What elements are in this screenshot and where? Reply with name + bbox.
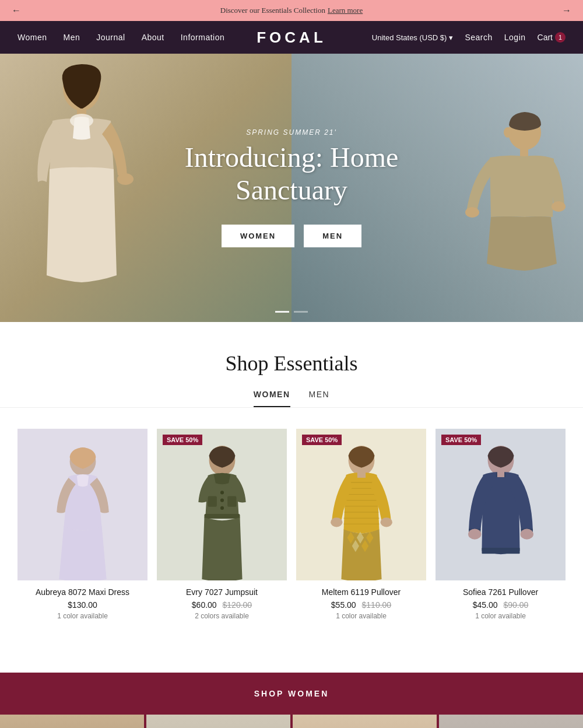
nav-links-left: Women Men Journal About Information <box>17 33 224 42</box>
nav-link-men[interactable]: Men <box>63 33 80 42</box>
product-image-1[interactable] <box>17 429 147 580</box>
product-price-2: $60.00 $120.00 <box>157 600 287 610</box>
product-colors-3: 1 color available <box>296 612 426 620</box>
svg-point-12 <box>220 491 223 494</box>
pullover-svg-navy <box>448 444 552 580</box>
product-name-2: Evry 7027 Jumpsuit <box>157 587 287 597</box>
product-colors-1: 1 color available <box>17 612 147 620</box>
svg-point-14 <box>220 506 223 510</box>
banner-img-1[interactable] <box>0 715 144 728</box>
svg-rect-29 <box>357 472 365 478</box>
product-name-4: Sofiea 7261 Pullover <box>436 587 566 597</box>
hero-dots <box>275 311 308 313</box>
hero-men-button[interactable]: MEN <box>304 225 361 247</box>
nav-link-about[interactable]: About <box>142 33 164 42</box>
svg-point-27 <box>331 517 342 527</box>
banner-img-2[interactable] <box>146 715 290 728</box>
shop-women-banner: SHOP WOMEN <box>0 673 583 728</box>
product-card-4: SAVE 50% <box>436 429 566 620</box>
product-card-2: SAVE 50% <box>157 429 287 620</box>
svg-rect-15 <box>208 496 216 507</box>
nav-link-women[interactable]: Women <box>17 33 47 42</box>
essentials-tabs: WOMEN MEN <box>0 390 583 408</box>
nav-link-journal[interactable]: Journal <box>96 33 125 42</box>
svg-rect-16 <box>227 496 236 507</box>
dress-svg-1 <box>30 444 134 580</box>
prev-arrow[interactable]: ← <box>12 5 21 16</box>
hero-buttons: WOMEN MEN <box>222 225 361 247</box>
shop-women-title: SHOP WOMEN <box>0 689 583 698</box>
announcement-bar: ← Discover our Essentials Collection Lea… <box>0 0 583 21</box>
nav-logo-container: FOCAL <box>257 29 326 47</box>
product-image-4[interactable]: SAVE 50% <box>436 429 566 580</box>
banner-img-3[interactable] <box>293 715 437 728</box>
banner-images <box>0 715 583 728</box>
search-link[interactable]: Search <box>465 33 492 42</box>
banner-img-4[interactable] <box>439 715 583 728</box>
product-image-3[interactable]: SAVE 50% <box>296 429 426 580</box>
jumpsuit-svg <box>170 444 273 580</box>
svg-point-36 <box>520 528 533 539</box>
hero-section: SPRING SUMMER 21' Introducing: HomeSanct… <box>0 54 583 322</box>
hero-women-button[interactable]: WOMEN <box>222 225 294 247</box>
hero-content: SPRING SUMMER 21' Introducing: HomeSanct… <box>0 54 583 322</box>
save-badge-2: SAVE 50% <box>163 435 202 445</box>
cart-button[interactable]: Cart 1 <box>538 32 566 43</box>
hero-season: SPRING SUMMER 21' <box>246 128 337 136</box>
product-price-3: $55.00 $110.00 <box>296 600 426 610</box>
product-colors-2: 2 colors available <box>157 612 287 620</box>
svg-point-13 <box>220 499 223 502</box>
product-price-1: $130.00 <box>17 600 147 610</box>
product-name-1: Aubreya 8072 Maxi Dress <box>17 587 147 597</box>
next-arrow[interactable]: → <box>562 5 571 16</box>
tab-women[interactable]: WOMEN <box>254 390 290 407</box>
save-badge-4: SAVE 50% <box>441 435 481 445</box>
cart-count: 1 <box>555 32 566 43</box>
save-badge-3: SAVE 50% <box>302 435 342 445</box>
pullover-svg-yellow <box>309 444 413 580</box>
product-card-3: SAVE 50% <box>296 429 426 620</box>
svg-rect-11 <box>204 514 240 519</box>
product-name-3: Meltem 6119 Pullover <box>296 587 426 597</box>
shop-essentials-section: Shop Essentials WOMEN MEN <box>0 322 583 643</box>
products-grid: Aubreya 8072 Maxi Dress $130.00 1 color … <box>0 429 583 620</box>
nav-link-information[interactable]: Information <box>181 33 225 42</box>
hero-dot-2[interactable] <box>294 311 308 313</box>
product-image-2[interactable]: SAVE 50% <box>157 429 287 580</box>
svg-rect-37 <box>497 471 504 477</box>
svg-point-28 <box>380 517 392 527</box>
nav-links-right: United States (USD $) ▾ Search Login Car… <box>372 32 566 43</box>
main-nav: Women Men Journal About Information FOCA… <box>0 21 583 54</box>
product-colors-4: 1 color available <box>436 612 566 620</box>
product-card-1: Aubreya 8072 Maxi Dress $130.00 1 color … <box>17 429 147 620</box>
product-price-4: $45.00 $90.00 <box>436 600 566 610</box>
svg-point-35 <box>468 528 481 539</box>
announcement-text: Discover our Essentials Collection <box>220 6 325 15</box>
announcement-link[interactable]: Learn more <box>328 6 363 15</box>
svg-rect-31 <box>482 548 519 554</box>
login-link[interactable]: Login <box>504 33 526 42</box>
shop-essentials-title: Shop Essentials <box>0 351 583 376</box>
site-logo[interactable]: FOCAL <box>257 29 326 46</box>
tab-men[interactable]: MEN <box>309 390 330 407</box>
hero-dot-1[interactable] <box>275 311 289 313</box>
hero-title: Introducing: HomeSanctuary <box>185 141 399 205</box>
currency-selector[interactable]: United States (USD $) ▾ <box>372 33 454 42</box>
